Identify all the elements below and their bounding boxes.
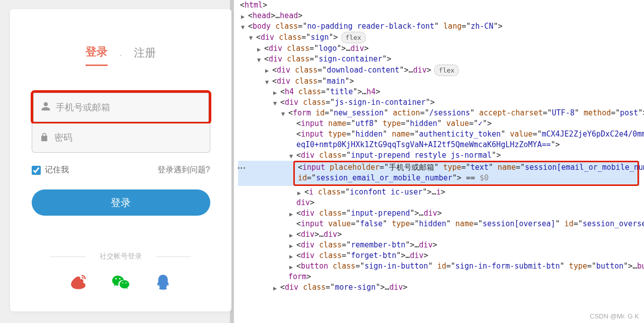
dom-node[interactable]: ▶<head>…head> [238, 11, 640, 21]
dom-node[interactable]: ▼<body class="no-padding reader-black-fo… [238, 21, 640, 32]
dom-node[interactable]: ▶<div class="input-prepend">…div> [238, 208, 640, 219]
dom-node[interactable]: ▶<div class="remember-btn">…div> [238, 240, 640, 250]
watermark: CSDN @Mr. G K [590, 312, 639, 320]
username-input[interactable] [56, 102, 201, 113]
social-login-section: 社交帐号登录 [40, 252, 201, 291]
dom-node[interactable]: ▼<div class="input-prepend restyle js-no… [238, 150, 640, 161]
dom-node[interactable]: ▼<div class="sign-container"> [238, 54, 640, 64]
dom-node[interactable]: ▶<div class="forget-btn">…div> [238, 250, 640, 261]
dom-node[interactable]: ▶<div class="download-content">…div>flex [238, 64, 640, 76]
user-icon [41, 101, 51, 113]
dom-node[interactable]: <input value="false" type="hidden" name=… [238, 219, 640, 229]
dom-node[interactable]: <input type="hidden" name="authenticity_… [238, 129, 640, 140]
dom-node[interactable]: ▼<div class="sign">flex [238, 32, 640, 43]
dom-node[interactable]: <input name="utf8" type="hidden" value="… [238, 118, 640, 129]
login-form-inputs [32, 91, 210, 153]
password-row[interactable] [32, 123, 210, 153]
dom-node[interactable]: ▶<div class="logo">…div> [238, 43, 640, 54]
login-card: 登录 · 注册 记住我 [10, 9, 231, 311]
dom-node[interactable]: ▶<h4 class="title">…h4> [238, 87, 640, 97]
dom-node[interactable]: ▶<div class="more-sign">…div> [238, 282, 640, 293]
password-input[interactable] [54, 133, 203, 143]
tab-separator: · [120, 51, 122, 60]
dom-node[interactable]: ▼<div class="js-sign-in-container"> [238, 97, 640, 108]
dom-node[interactable]: <html> [238, 0, 640, 11]
weibo-icon[interactable] [69, 273, 88, 291]
highlighted-input-box [31, 90, 211, 124]
tab-login[interactable]: 登录 [86, 44, 108, 66]
dom-node[interactable]: ▼<div class="main"> [238, 76, 640, 87]
selected-input-element[interactable]: <input placeholder="手机号或邮箱" type="text" … [293, 161, 639, 186]
username-row[interactable] [33, 93, 209, 122]
dom-node[interactable]: form> [238, 272, 640, 282]
forgot-link[interactable]: 登录遇到问题? [157, 165, 210, 175]
devtools-elements-panel[interactable]: <html>▶<head>…head>▼<body class="no-padd… [234, 0, 644, 323]
tab-register[interactable]: 注册 [134, 45, 156, 66]
dom-node[interactable]: div> [238, 198, 640, 208]
remember-me[interactable]: 记住我 [32, 165, 69, 175]
dom-node[interactable]: ▶<i class="iconfont ic-user">…i> [238, 187, 640, 198]
options-row: 记住我 登录遇到问题? [32, 165, 210, 175]
qq-icon[interactable] [154, 273, 172, 291]
remember-checkbox[interactable] [32, 166, 41, 175]
lock-icon [39, 132, 49, 144]
wechat-icon[interactable] [112, 273, 130, 291]
social-login-title: 社交帐号登录 [40, 252, 201, 261]
login-panel: 登录 · 注册 记住我 [0, 0, 234, 323]
login-button[interactable]: 登录 [32, 189, 210, 216]
social-icons [40, 273, 201, 291]
dom-node[interactable]: ▼<form id="new_session" action="/session… [238, 108, 640, 118]
dom-node[interactable]: ▶<div>…div> [238, 229, 640, 240]
dom-node[interactable]: ▶<button class="sign-in-button" id="sign… [238, 261, 640, 272]
auth-tabs: 登录 · 注册 [86, 44, 156, 66]
remember-label: 记住我 [45, 165, 69, 175]
